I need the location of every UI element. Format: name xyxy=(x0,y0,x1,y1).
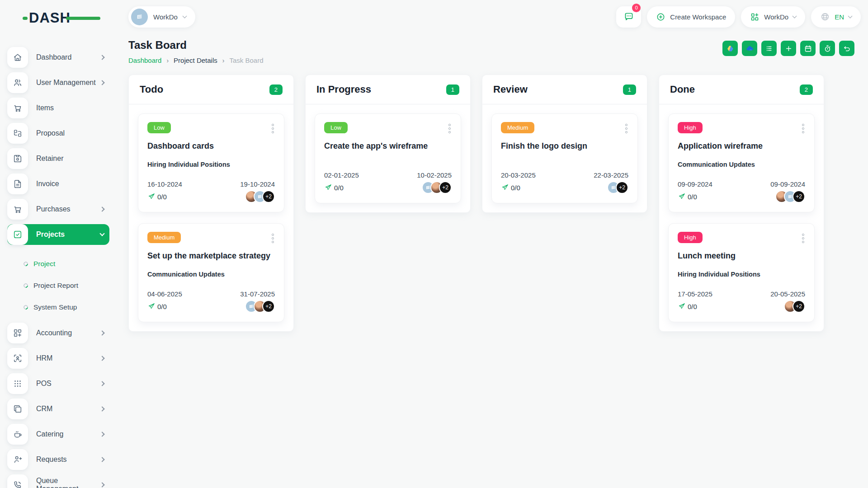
page-title: Task Board xyxy=(128,39,263,52)
column-title: In Progress xyxy=(316,84,371,95)
calendar-button[interactable] xyxy=(800,41,816,56)
subtask-progress: 0/0 xyxy=(147,192,167,201)
sidebar-item-projects[interactable]: Projects xyxy=(7,224,109,245)
sidebar: DASH Dashboard User Management Items Pro… xyxy=(0,0,117,488)
column-header: Done 2 xyxy=(659,75,824,104)
check-square-icon xyxy=(7,224,28,245)
workspace-selector[interactable]: WorkDo xyxy=(128,6,195,28)
breadcrumb: Dashboard › Project Details › Task Board xyxy=(128,56,263,64)
onedrive-button[interactable] xyxy=(742,41,757,56)
logo-text: DASH xyxy=(29,10,71,26)
google-drive-button[interactable] xyxy=(722,41,738,56)
task-end-date: 20-05-2025 xyxy=(770,290,805,298)
sidebar-item-purchases[interactable]: Purchases xyxy=(7,199,109,220)
more-members-badge[interactable]: +2 xyxy=(262,190,275,203)
sidebar-item-retainer[interactable]: Retainer xyxy=(7,148,109,169)
sidebar-item-items[interactable]: Items xyxy=(7,98,109,118)
sidebar-item-accounting[interactable]: Accounting xyxy=(7,323,109,343)
submenu-item-project[interactable]: Project xyxy=(24,253,109,275)
circle-plus-icon xyxy=(656,12,665,22)
sidebar-item-requests[interactable]: Requests xyxy=(7,449,109,470)
breadcrumb-dashboard[interactable]: Dashboard xyxy=(128,56,161,64)
create-workspace-button[interactable]: Create Workspace xyxy=(647,6,735,28)
task-card[interactable]: Medium Set up the marketplace strategy C… xyxy=(138,223,284,322)
task-card[interactable]: Medium Finish the logo design 20-03-2025… xyxy=(491,113,638,203)
card-menu-button[interactable] xyxy=(271,232,275,245)
sidebar-item-crm[interactable]: CRM xyxy=(7,399,109,419)
task-title[interactable]: Lunch meeting xyxy=(678,251,805,261)
timer-button[interactable] xyxy=(820,41,835,56)
task-title[interactable]: Finish the logo design xyxy=(501,141,628,151)
dots-grid-icon xyxy=(7,373,28,394)
send-icon xyxy=(147,302,156,310)
list-view-button[interactable] xyxy=(761,41,777,56)
submenu-item-system-setup[interactable]: System Setup xyxy=(24,296,109,318)
create-workspace-label: Create Workspace xyxy=(670,13,726,21)
submenu-item-project-report[interactable]: Project Report xyxy=(24,275,109,296)
task-card[interactable]: High Application wireframe Communication… xyxy=(668,113,815,212)
more-members-badge[interactable]: +2 xyxy=(439,181,452,194)
subtask-progress: 0/0 xyxy=(678,302,697,310)
assignee-avatars: +2 xyxy=(245,190,275,203)
chevron-right-icon xyxy=(99,80,104,85)
coffee-icon xyxy=(7,424,28,445)
card-menu-button[interactable] xyxy=(271,122,275,135)
task-card[interactable]: Low Create the app's wireframe 02-01-202… xyxy=(315,113,461,203)
workspace-menu-button[interactable]: WorkDo xyxy=(741,6,805,28)
assignee-avatars: +2 xyxy=(422,181,452,194)
task-start-date: 02-01-2025 xyxy=(324,171,359,179)
more-members-badge[interactable]: +2 xyxy=(616,181,628,194)
chevron-right-icon xyxy=(99,381,104,386)
breadcrumb-project-details[interactable]: Project Details xyxy=(174,56,217,64)
assignee-avatars: +2 xyxy=(784,300,805,313)
sidebar-item-invoice[interactable]: Invoice xyxy=(7,174,109,194)
page-header: Task Board Dashboard › Project Details ›… xyxy=(117,28,868,64)
messages-button[interactable]: 0 xyxy=(616,6,641,28)
file-text-icon xyxy=(7,174,28,194)
back-button[interactable] xyxy=(839,41,854,56)
google-drive-icon xyxy=(726,44,735,53)
task-start-date: 16-10-2024 xyxy=(147,180,182,188)
sidebar-item-proposal[interactable]: Proposal xyxy=(7,123,109,144)
sidebar-item-dashboard[interactable]: Dashboard xyxy=(7,47,109,68)
brand-logo[interactable]: DASH xyxy=(29,10,88,26)
task-title[interactable]: Create the app's wireframe xyxy=(324,141,452,151)
calendar-icon xyxy=(804,44,812,53)
task-title[interactable]: Set up the marketplace strategy xyxy=(147,251,275,261)
add-task-button[interactable] xyxy=(781,41,796,56)
card-menu-button[interactable] xyxy=(624,122,628,135)
more-members-badge[interactable]: +2 xyxy=(262,300,275,313)
card-menu-button[interactable] xyxy=(801,232,805,245)
task-end-date: 22-03-2025 xyxy=(594,171,628,179)
page-header-left: Task Board Dashboard › Project Details ›… xyxy=(128,39,263,64)
task-milestone: Hiring Individual Positions xyxy=(147,161,275,169)
card-menu-button[interactable] xyxy=(448,122,452,135)
task-dates: 17-05-2025 20-05-2025 xyxy=(678,290,805,298)
column-count-badge: 1 xyxy=(446,84,459,95)
sidebar-item-queue-management[interactable]: Queue Management xyxy=(7,474,109,488)
more-members-badge[interactable]: +2 xyxy=(793,300,805,313)
messages-count-badge: 0 xyxy=(632,4,641,12)
sidebar-item-hrm[interactable]: HRM xyxy=(7,348,109,369)
sidebar-item-catering[interactable]: Catering xyxy=(7,424,109,445)
send-icon xyxy=(147,192,156,201)
priority-badge: Medium xyxy=(147,232,181,243)
task-title[interactable]: Application wireframe xyxy=(678,141,805,151)
language-selector[interactable]: EN xyxy=(811,6,861,28)
workflow-icon xyxy=(7,123,28,144)
task-milestone: Communication Updates xyxy=(678,161,805,169)
task-end-date: 19-10-2024 xyxy=(240,180,275,188)
card-menu-button[interactable] xyxy=(801,122,805,135)
task-title[interactable]: Dashboard cards xyxy=(147,141,275,151)
sidebar-item-pos[interactable]: POS xyxy=(7,373,109,394)
floppy-icon xyxy=(7,148,28,169)
task-card[interactable]: Low Dashboard cards Hiring Individual Po… xyxy=(138,113,284,212)
logo-dash-accent xyxy=(23,17,28,20)
workspace-menu-label: WorkDo xyxy=(764,13,788,21)
focus-user-icon xyxy=(7,348,28,369)
column-todo: Todo 2 Low Dashboard cards Hiring Indivi… xyxy=(128,75,294,332)
task-card[interactable]: High Lunch meeting Hiring Individual Pos… xyxy=(668,223,815,322)
kanban-board: Todo 2 Low Dashboard cards Hiring Indivi… xyxy=(117,64,868,332)
more-members-badge[interactable]: +2 xyxy=(793,190,805,203)
sidebar-item-user-management[interactable]: User Management xyxy=(7,72,109,93)
